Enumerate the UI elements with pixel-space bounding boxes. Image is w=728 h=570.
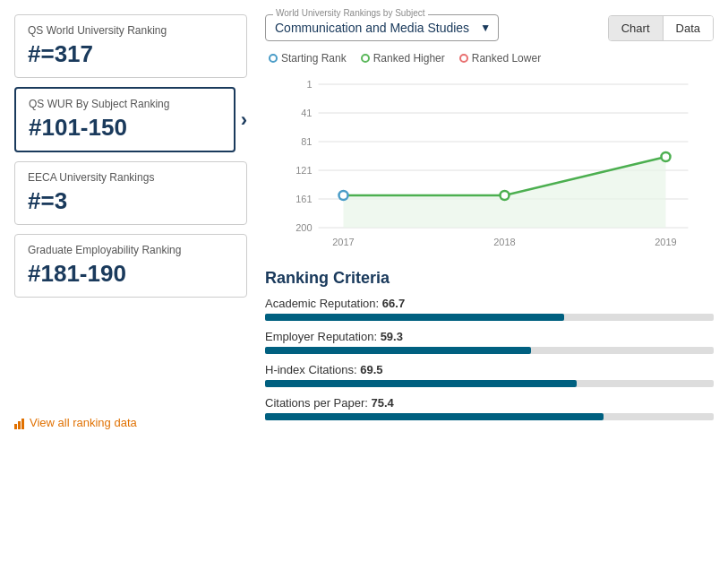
qs-subject-ranking-card[interactable]: QS WUR By Subject Ranking #101-150 bbox=[14, 87, 236, 152]
criterion-employer: Employer Reputation: 59.3 bbox=[265, 330, 714, 354]
citations-bar-bg bbox=[265, 413, 714, 420]
chart-svg: 1 41 81 121 161 200 bbox=[269, 75, 714, 255]
eeca-value: #=3 bbox=[28, 187, 234, 215]
svg-text:41: 41 bbox=[301, 108, 312, 118]
ranking-chart: 1 41 81 121 161 200 bbox=[269, 75, 714, 255]
qs-world-value: #=317 bbox=[28, 40, 234, 68]
dropdown-chevron-icon: ▼ bbox=[480, 22, 491, 34]
criterion-citations: Citations per Paper: 75.4 bbox=[265, 396, 714, 420]
footer-link-text: View all ranking data bbox=[30, 416, 137, 429]
svg-point-13 bbox=[339, 191, 348, 200]
svg-text:200: 200 bbox=[295, 222, 312, 233]
hindex-bar-fill bbox=[265, 380, 577, 387]
top-controls: World University Rankings by Subject Com… bbox=[265, 14, 714, 41]
qs-subject-row: QS WUR By Subject Ranking #101-150 › bbox=[14, 87, 247, 152]
academic-bar-fill bbox=[265, 314, 564, 321]
qs-world-title: QS World University Ranking bbox=[28, 24, 234, 37]
subject-dropdown-value: Communication and Media Studies bbox=[275, 21, 469, 35]
svg-point-14 bbox=[501, 191, 510, 200]
starting-rank-dot bbox=[269, 54, 278, 63]
ranking-criteria-section: Ranking Criteria Academic Reputation: 66… bbox=[265, 269, 714, 429]
ranked-higher-dot bbox=[361, 54, 370, 63]
employer-bar-bg bbox=[265, 347, 714, 354]
chart-data-toggle: Chart Data bbox=[608, 15, 714, 41]
view-all-ranking-link[interactable]: View all ranking data bbox=[14, 407, 247, 429]
legend-ranked-higher: Ranked Higher bbox=[361, 52, 445, 65]
subject-dropdown-label: World University Rankings by Subject bbox=[273, 8, 428, 18]
bar-chart-icon bbox=[14, 417, 24, 429]
citations-label: Citations per Paper: 75.4 bbox=[265, 396, 714, 410]
data-button[interactable]: Data bbox=[664, 16, 713, 40]
employer-label: Employer Reputation: 59.3 bbox=[265, 330, 714, 343]
subject-dropdown[interactable]: World University Rankings by Subject Com… bbox=[265, 14, 499, 41]
svg-point-15 bbox=[662, 152, 671, 161]
legend-higher-label: Ranked Higher bbox=[373, 52, 445, 65]
graduate-title: Graduate Employability Ranking bbox=[28, 244, 234, 256]
qs-world-ranking-card[interactable]: QS World University Ranking #=317 bbox=[14, 14, 247, 78]
right-panel: World University Rankings by Subject Com… bbox=[265, 14, 714, 429]
hindex-label: H-index Citations: 69.5 bbox=[265, 363, 714, 376]
qs-subject-title: QS WUR By Subject Ranking bbox=[29, 98, 221, 110]
svg-text:161: 161 bbox=[295, 194, 312, 204]
graduate-value: #181-190 bbox=[28, 260, 234, 288]
hindex-bar-bg bbox=[265, 380, 714, 387]
criterion-hindex: H-index Citations: 69.5 bbox=[265, 363, 714, 387]
expand-chevron-icon[interactable]: › bbox=[241, 110, 247, 130]
svg-text:2019: 2019 bbox=[655, 237, 676, 247]
legend-starting-label: Starting Rank bbox=[281, 52, 347, 65]
legend-starting-rank: Starting Rank bbox=[269, 52, 347, 65]
legend-ranked-lower: Ranked Lower bbox=[459, 52, 541, 65]
criteria-title: Ranking Criteria bbox=[265, 269, 714, 288]
svg-text:2017: 2017 bbox=[332, 237, 354, 247]
eeca-ranking-card[interactable]: EECA University Rankings #=3 bbox=[14, 161, 247, 225]
academic-label: Academic Reputation: 66.7 bbox=[265, 297, 714, 310]
legend-lower-label: Ranked Lower bbox=[472, 52, 541, 65]
qs-subject-value: #101-150 bbox=[29, 114, 221, 142]
svg-text:2018: 2018 bbox=[493, 237, 515, 247]
svg-text:121: 121 bbox=[295, 165, 312, 176]
ranked-lower-dot bbox=[459, 54, 468, 63]
eeca-title: EECA University Rankings bbox=[28, 171, 234, 184]
graduate-ranking-card[interactable]: Graduate Employability Ranking #181-190 bbox=[14, 234, 247, 298]
employer-bar-fill bbox=[265, 347, 531, 354]
chart-button[interactable]: Chart bbox=[609, 16, 664, 40]
citations-bar-fill bbox=[265, 413, 604, 420]
criterion-academic: Academic Reputation: 66.7 bbox=[265, 297, 714, 321]
chart-legend: Starting Rank Ranked Higher Ranked Lower bbox=[269, 52, 714, 65]
academic-bar-bg bbox=[265, 314, 714, 321]
svg-text:81: 81 bbox=[301, 136, 312, 147]
left-panel: QS World University Ranking #=317 QS WUR… bbox=[14, 14, 247, 429]
svg-text:1: 1 bbox=[306, 79, 312, 90]
